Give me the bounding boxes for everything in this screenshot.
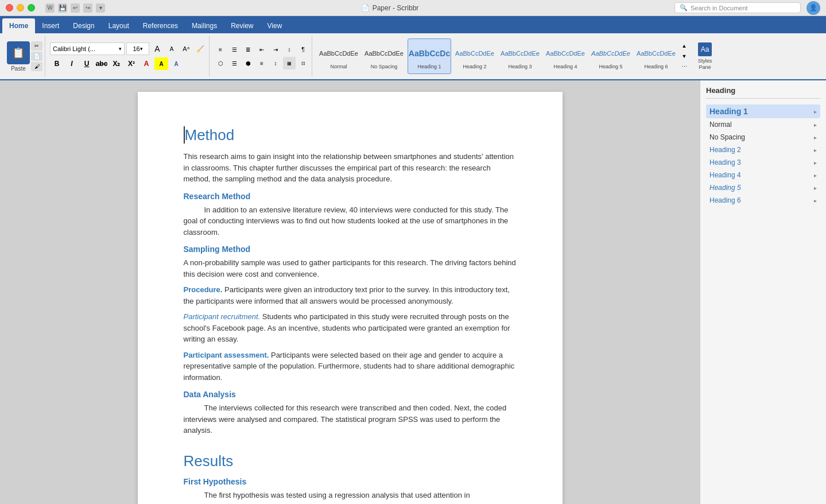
style-heading2-label: Heading 2 — [463, 64, 486, 69]
subscript-button[interactable]: X₂ — [110, 57, 123, 70]
undo-icon[interactable]: ↩ — [71, 3, 80, 13]
tab-layout[interactable]: Layout — [102, 18, 136, 33]
list-row-1: ≡ ☰ ≣ ⇤ ⇥ ↕ ¶ — [214, 43, 309, 56]
panel-heading1-arrow[interactable]: ▸ — [814, 108, 817, 115]
panel-style-heading1[interactable]: Heading 1 ▸ — [706, 104, 820, 118]
bullet-list-button[interactable]: ≡ — [214, 43, 227, 56]
tab-references[interactable]: References — [136, 18, 185, 33]
tab-home[interactable]: Home — [2, 18, 35, 33]
italic-button[interactable]: I — [65, 57, 79, 70]
style-normal[interactable]: AaBbCcDdEe Normal — [317, 38, 360, 74]
panel-style-heading4[interactable]: Heading 4 ▸ — [706, 169, 820, 181]
app-title: Paper - Scribbr — [373, 4, 419, 12]
tab-mailings[interactable]: Mailings — [185, 18, 224, 33]
show-marks-button[interactable]: ¶ — [297, 43, 309, 56]
minimize-button[interactable] — [17, 4, 24, 11]
panel-style-normal[interactable]: Normal ▸ — [706, 118, 820, 131]
undo-dropdown-icon[interactable]: ▾ — [96, 3, 105, 13]
panel-no-spacing-arrow[interactable]: ▸ — [814, 134, 817, 141]
panel-style-heading3[interactable]: Heading 3 ▸ — [706, 156, 820, 169]
line-spacing-button[interactable]: ↕ — [269, 57, 282, 69]
grow-font-button[interactable]: A — [151, 42, 164, 55]
multilevel-list-button[interactable]: ≣ — [242, 43, 254, 56]
tab-review[interactable]: Review — [224, 18, 260, 33]
panel-style-heading6[interactable]: Heading 6 ▸ — [706, 194, 820, 207]
style-normal-preview: AaBbCcDdEe — [319, 43, 358, 64]
shrink-font-button[interactable]: A — [165, 42, 178, 55]
toolbar: 📋 Paste ✂ 📄 🖌 Calibri Light (... ▾ 16 ▾ … — [0, 33, 826, 80]
clipboard-icons: ✂ 📄 🖌 — [31, 41, 42, 71]
redo-icon[interactable]: ↪ — [83, 3, 92, 13]
superscript-button[interactable]: X² — [125, 57, 138, 70]
panel-heading5-name: Heading 5 — [709, 184, 741, 192]
tab-insert[interactable]: Insert — [35, 18, 66, 33]
paste-button[interactable]: 📋 — [7, 41, 30, 64]
styles-down-arrow[interactable]: ▼ — [679, 52, 689, 61]
style-no-spacing[interactable]: AaBbCcDdEe No Spacing — [362, 38, 406, 74]
panel-normal-arrow[interactable]: ▸ — [814, 122, 817, 128]
search-bar[interactable]: 🔍 Search in Document — [674, 2, 801, 13]
panel-heading4-arrow[interactable]: ▸ — [814, 172, 817, 179]
borders-button[interactable]: ⊡ — [297, 57, 309, 69]
font-selector[interactable]: Calibri Light (... ▾ — [50, 42, 125, 55]
panel-heading2-arrow[interactable]: ▸ — [814, 147, 817, 153]
user-avatar[interactable]: 👤 — [806, 1, 820, 15]
clipboard-group: 📋 Paste ✂ 📄 🖌 — [5, 36, 45, 76]
style-normal-label: Normal — [330, 64, 347, 69]
style-heading2-preview: AaBbCcDdEe — [455, 43, 494, 64]
tab-view[interactable]: View — [261, 18, 289, 33]
panel-heading5-arrow[interactable]: ▸ — [814, 185, 817, 191]
font-size-arrow[interactable]: ▾ — [140, 46, 143, 52]
search-placeholder: Search in Document — [691, 5, 748, 11]
clear-format-button[interactable]: 🧹 — [194, 42, 207, 55]
style-heading3[interactable]: AaBbCcDdEe Heading 3 — [498, 38, 542, 74]
align-center-button[interactable]: ☰ — [228, 57, 241, 69]
cut-button[interactable]: ✂ — [31, 41, 42, 51]
maximize-button[interactable] — [28, 4, 35, 11]
research-method-body: In addition to an extensive literature r… — [184, 204, 517, 238]
style-heading4[interactable]: AaBbCcDdEe Heading 4 — [544, 38, 587, 74]
main-area: Method This research aims to gain insigh… — [0, 80, 826, 504]
style-heading6[interactable]: AaBbCcDdEe Heading 6 — [634, 38, 678, 74]
style-heading4-preview: AaBbCcDdEe — [546, 43, 585, 64]
list-controls: ≡ ☰ ≣ ⇤ ⇥ ↕ ¶ ⬡ ☰ ⬢ ≡ ↕ ▦ ⊡ — [214, 43, 309, 69]
increase-indent-button[interactable]: ⇥ — [269, 43, 282, 56]
strikethrough-button[interactable]: abc — [95, 57, 108, 70]
search-icon: 🔍 — [680, 4, 688, 11]
numbered-list-button[interactable]: ☰ — [228, 43, 241, 56]
tab-design[interactable]: Design — [66, 18, 101, 33]
highlight-button[interactable]: A — [154, 57, 168, 70]
style-heading5-label: Heading 5 — [599, 64, 622, 69]
font-size-selector[interactable]: 16 ▾ — [126, 42, 149, 55]
styles-expand-arrow[interactable]: ⋯ — [679, 62, 689, 71]
style-heading2[interactable]: AaBbCcDdEe Heading 2 — [453, 38, 497, 74]
styles-up-arrow[interactable]: ▲ — [679, 41, 689, 51]
font-dropdown-arrow[interactable]: ▾ — [119, 46, 122, 52]
font-color-button[interactable]: A — [139, 57, 153, 70]
panel-style-heading5[interactable]: Heading 5 ▸ — [706, 181, 820, 194]
save-icon[interactable]: 💾 — [58, 3, 67, 13]
decrease-indent-button[interactable]: ⇤ — [255, 43, 268, 56]
format-painter-button[interactable]: 🖌 — [31, 62, 42, 71]
panel-style-heading2[interactable]: Heading 2 ▸ — [706, 144, 820, 156]
text-effects-button[interactable]: A — [169, 57, 183, 70]
shading-button[interactable]: ▦ — [283, 57, 296, 69]
align-left-button[interactable]: ⬡ — [214, 57, 227, 69]
close-button[interactable] — [6, 4, 13, 11]
justify-button[interactable]: ≡ — [255, 57, 268, 69]
bold-button[interactable]: B — [50, 57, 64, 70]
copy-button[interactable]: 📄 — [31, 52, 42, 61]
intro-paragraph: This research aims to gain insight into … — [184, 151, 517, 185]
change-case-button[interactable]: Aᵃ — [180, 42, 192, 55]
underline-button[interactable]: U — [80, 57, 94, 70]
sort-button[interactable]: ↕ — [283, 43, 296, 56]
panel-heading3-arrow[interactable]: ▸ — [814, 160, 817, 166]
align-right-button[interactable]: ⬢ — [242, 57, 254, 69]
style-heading1[interactable]: AaBbCcDc Heading 1 — [408, 38, 451, 74]
paste-label: Paste — [11, 65, 26, 72]
styles-pane-button[interactable]: Aa StylesPane — [691, 38, 719, 74]
app-title-area: 📄 Paper - Scribbr — [361, 4, 419, 12]
panel-heading6-arrow[interactable]: ▸ — [814, 197, 817, 204]
panel-style-no-spacing[interactable]: No Spacing ▸ — [706, 131, 820, 144]
style-heading5[interactable]: AaBbCcDdEe Heading 5 — [589, 38, 633, 74]
